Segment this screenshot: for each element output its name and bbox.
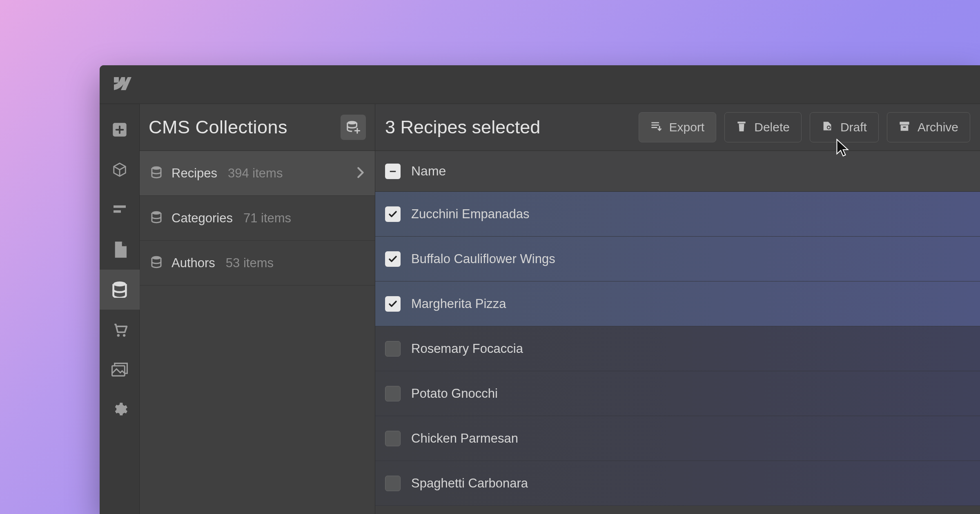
svg-point-10 [152,256,161,259]
table-rows: Zucchini EmpanadasBuffalo Cauliflower Wi… [375,192,980,506]
table-row[interactable]: Potato Gnocchi [375,371,980,416]
rail-assets-icon[interactable] [100,350,140,390]
rail-cms-icon[interactable] [100,270,140,310]
titlebar [100,65,980,104]
row-name: Chicken Parmesan [411,431,518,446]
draft-label: Draft [840,120,867,134]
collection-count: 71 items [243,211,291,226]
table-row[interactable]: Rosemary Focaccia [375,326,980,371]
row-name: Zucchini Empanadas [411,207,530,222]
table-row[interactable]: Spaghetti Carbonara [375,461,980,506]
svg-point-5 [122,334,125,337]
column-name: Name [411,164,446,179]
row-checkbox[interactable] [385,431,401,446]
icon-rail [100,104,140,514]
database-icon [150,256,163,270]
select-all-checkbox[interactable] [385,164,401,179]
row-name: Rosemary Focaccia [411,341,523,356]
row-checkbox[interactable] [385,251,401,267]
row-checkbox[interactable] [385,341,401,357]
collection-item[interactable]: Categories71 items [140,196,375,241]
rail-settings-icon[interactable] [100,390,140,430]
collection-item[interactable]: Authors53 items [140,241,375,286]
draft-button[interactable]: Draft [810,112,879,142]
draft-icon [822,120,833,135]
export-icon [650,120,662,135]
row-name: Buffalo Cauliflower Wings [411,252,555,266]
collection-name: Authors [172,256,215,270]
svg-rect-15 [903,126,906,128]
svg-rect-16 [390,171,396,172]
svg-point-3 [113,281,126,286]
rail-box-icon[interactable] [100,150,140,190]
chevron-right-icon [357,167,364,180]
svg-rect-14 [900,122,909,125]
sidebar-title: CMS Collections [149,117,333,138]
trash-icon [736,120,747,135]
add-collection-button[interactable] [341,115,366,140]
archive-label: Archive [918,120,958,134]
svg-rect-2 [114,210,121,213]
delete-label: Delete [754,120,790,134]
svg-point-8 [152,166,161,169]
export-label: Export [669,120,705,134]
row-name: Spaghetti Carbonara [411,476,528,491]
rail-layout-icon[interactable] [100,190,140,230]
svg-rect-11 [737,122,746,123]
row-checkbox[interactable] [385,206,401,222]
row-name: Potato Gnocchi [411,386,498,401]
rail-page-icon[interactable] [100,230,140,270]
archive-icon [899,120,910,134]
svg-point-9 [152,211,161,214]
webflow-logo-icon [111,77,131,92]
table-row[interactable]: Buffalo Cauliflower Wings [375,237,980,281]
collection-name: Categories [172,211,233,226]
main-panel: 3 Recipes selected Export Delete [375,104,980,514]
database-icon [150,211,163,226]
table-row[interactable]: Margherita Pizza [375,281,980,326]
svg-rect-1 [114,206,126,208]
rail-ecommerce-icon[interactable] [100,310,140,350]
selection-title: 3 Recipes selected [385,117,630,138]
sidebar-header: CMS Collections [140,104,375,151]
collection-count: 53 items [226,256,274,270]
table-header: Name [375,151,980,192]
main-header: 3 Recipes selected Export Delete [375,104,980,151]
table-row[interactable]: Zucchini Empanadas [375,192,980,237]
app-window: CMS Collections Recipes394 itemsCategori… [100,65,980,514]
row-checkbox[interactable] [385,476,401,491]
delete-button[interactable]: Delete [724,112,802,142]
row-name: Margherita Pizza [411,297,506,311]
row-checkbox[interactable] [385,296,401,312]
collection-name: Recipes [172,166,217,181]
svg-point-7 [347,121,357,124]
row-checkbox[interactable] [385,386,401,401]
collections-sidebar: CMS Collections Recipes394 itemsCategori… [140,104,375,514]
collection-count: 394 items [228,166,283,181]
rail-add-button[interactable] [100,110,140,150]
svg-point-13 [828,126,830,128]
archive-button[interactable]: Archive [887,112,970,142]
collection-item[interactable]: Recipes394 items [140,151,375,196]
table-row[interactable]: Chicken Parmesan [375,416,980,461]
database-icon [150,166,163,181]
svg-point-4 [117,334,119,337]
collections-list: Recipes394 itemsCategories71 itemsAuthor… [140,151,375,286]
export-button[interactable]: Export [639,112,717,142]
